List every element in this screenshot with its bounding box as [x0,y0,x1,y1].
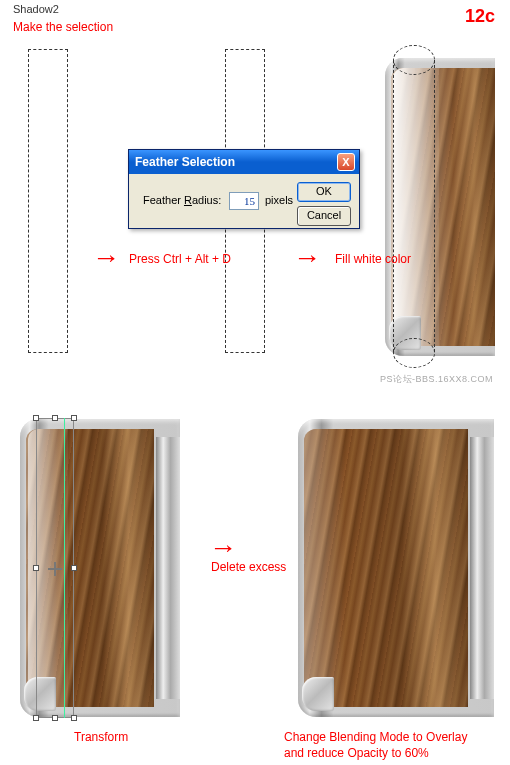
transform-handle[interactable] [52,415,58,421]
arrow-icon: → [92,244,120,272]
selection-sides [393,60,435,352]
instruction-delete-excess: Delete excess [211,560,286,574]
transform-handle[interactable] [71,715,77,721]
close-icon[interactable]: X [337,153,355,171]
arrow-icon: → [209,534,237,562]
instruction-fill-white: Fill white color [335,252,411,266]
feather-radius-input[interactable] [229,192,259,210]
selection-marquee-1 [28,49,68,353]
preview-final [298,419,494,717]
instruction-transform: Transform [74,730,128,744]
instruction-make-selection: Make the selection [13,20,113,34]
dialog-titlebar: Feather Selection X [129,150,359,174]
instruction-final: Change Blending Mode to Overlay and redu… [284,730,467,761]
transform-handle[interactable] [33,415,39,421]
watermark: PS论坛-BBS.16XX8.COM [380,373,493,386]
unit-label: pixels [265,194,293,206]
instruction-shortcut: Press Ctrl + Alt + D [129,252,231,266]
feather-dialog: Feather Selection X Feather Radius: pixe… [128,149,360,229]
transform-handle[interactable] [71,415,77,421]
transform-center-icon[interactable] [48,562,62,576]
cancel-button[interactable]: Cancel [297,206,351,226]
feather-radius-label: Feather Radius: [143,194,221,206]
section-label: Shadow2 [13,3,59,15]
arrow-icon: → [293,244,321,272]
step-number: 12c [465,6,495,27]
transform-handle[interactable] [52,715,58,721]
transform-handle[interactable] [33,565,39,571]
ok-button[interactable]: OK [297,182,351,202]
guide-line [64,418,65,718]
transform-handle[interactable] [33,715,39,721]
dialog-title: Feather Selection [135,155,235,169]
transform-handle[interactable] [71,565,77,571]
